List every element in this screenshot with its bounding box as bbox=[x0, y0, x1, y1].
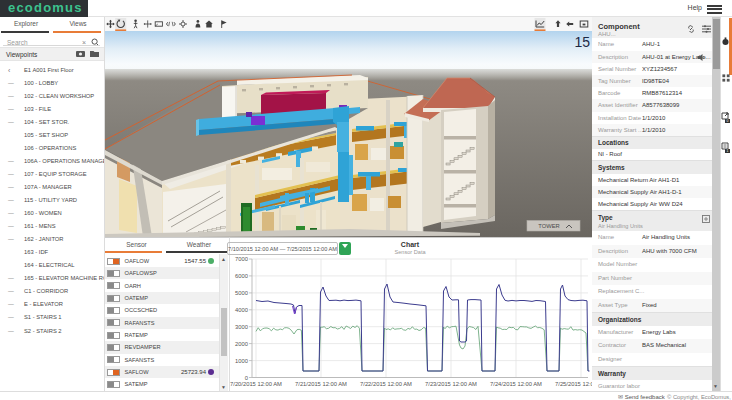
svg-text:1: 1 bbox=[726, 149, 728, 153]
svg-text:15: 15 bbox=[574, 34, 590, 50]
svg-text:7/24/2015 12:00 AM: 7/24/2015 12:00 AM bbox=[490, 381, 542, 387]
svg-text:7000: 7000 bbox=[235, 256, 248, 262]
svg-text:1000: 1000 bbox=[235, 358, 248, 364]
svg-text:7/22/2015 12:00 AM: 7/22/2015 12:00 AM bbox=[360, 381, 412, 387]
svg-text:3000: 3000 bbox=[235, 324, 248, 330]
svg-text:2000: 2000 bbox=[235, 341, 248, 347]
svg-text:TOWER: TOWER bbox=[538, 223, 559, 229]
svg-text:6000: 6000 bbox=[235, 273, 248, 279]
svg-text:0: 0 bbox=[726, 119, 728, 123]
svg-text:7/25/2015 12:00 AM: 7/25/2015 12:00 AM bbox=[555, 381, 592, 387]
svg-text:7/20/2015 12:00 AM: 7/20/2015 12:00 AM bbox=[230, 381, 282, 387]
svg-text:7/23/2015 12:00 AM: 7/23/2015 12:00 AM bbox=[425, 381, 477, 387]
svg-text:7/21/2015 12:00 AM: 7/21/2015 12:00 AM bbox=[295, 381, 347, 387]
svg-text:5000: 5000 bbox=[235, 290, 248, 296]
svg-text:4000: 4000 bbox=[235, 307, 248, 313]
